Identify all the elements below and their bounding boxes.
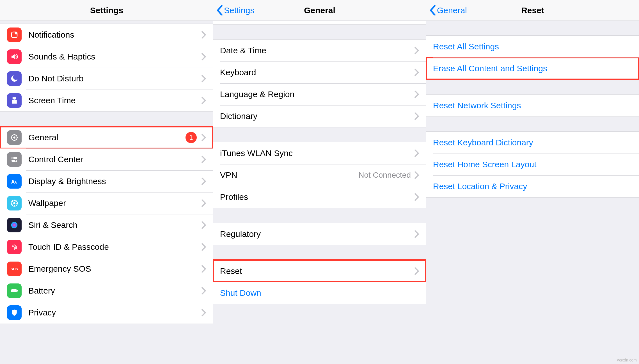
row-label: Battery bbox=[28, 286, 201, 296]
row-label: Emergency SOS bbox=[28, 264, 201, 274]
general-icon bbox=[7, 130, 22, 145]
group-general: General1Control CenterAADisplay & Bright… bbox=[0, 126, 213, 324]
row-label: Shut Down bbox=[220, 288, 419, 298]
svg-point-29 bbox=[11, 222, 18, 228]
chevron-right-icon bbox=[201, 265, 206, 273]
privacy-icon bbox=[7, 305, 22, 320]
row-regulatory[interactable]: Regulatory bbox=[213, 223, 426, 245]
chevron-right-icon bbox=[201, 134, 206, 141]
back-button[interactable]: General bbox=[426, 5, 467, 15]
row-label: iTunes WLAN Sync bbox=[220, 148, 414, 158]
row-label: Screen Time bbox=[28, 96, 201, 105]
chevron-right-icon bbox=[201, 155, 206, 163]
svg-rect-2 bbox=[14, 99, 15, 100]
general-panel: Settings General Date & TimeKeyboardLang… bbox=[213, 0, 426, 364]
row-label: Siri & Search bbox=[28, 220, 201, 230]
row-display-brightness[interactable]: AADisplay & Brightness bbox=[0, 170, 213, 192]
siri-icon bbox=[7, 218, 22, 232]
row-shut-down[interactable]: Shut Down bbox=[213, 282, 426, 304]
group-notifications: NotificationsSounds & HapticsDo Not Dist… bbox=[0, 24, 213, 112]
chevron-right-icon bbox=[414, 149, 419, 157]
badge: 1 bbox=[185, 132, 197, 143]
svg-point-27 bbox=[12, 204, 13, 205]
row-label: Wallpaper bbox=[28, 198, 201, 208]
chevron-right-icon bbox=[201, 221, 206, 229]
chevron-right-icon bbox=[201, 75, 206, 83]
svg-point-4 bbox=[13, 136, 15, 139]
back-label: General bbox=[437, 6, 467, 15]
chevron-right-icon bbox=[414, 230, 419, 238]
svg-point-26 bbox=[15, 204, 17, 205]
row-label: Profiles bbox=[220, 192, 414, 202]
row-label: Display & Brightness bbox=[28, 177, 201, 186]
nav-bar: Settings bbox=[0, 0, 213, 21]
sos-icon: SOS bbox=[7, 262, 22, 276]
svg-rect-32 bbox=[17, 290, 18, 292]
row-label: Reset Keyboard Dictionary bbox=[433, 138, 632, 147]
back-button[interactable]: Settings bbox=[213, 5, 254, 15]
row-dictionary[interactable]: Dictionary bbox=[213, 105, 426, 127]
chevron-right-icon bbox=[414, 171, 419, 179]
svg-point-21 bbox=[14, 200, 15, 201]
svg-point-24 bbox=[16, 203, 17, 204]
row-general[interactable]: General1 bbox=[0, 127, 213, 148]
row-notifications[interactable]: Notifications bbox=[0, 24, 213, 46]
row-emergency-sos[interactable]: SOSEmergency SOS bbox=[0, 258, 213, 280]
row-screen-time[interactable]: Screen Time bbox=[0, 90, 213, 111]
row-label: Sounds & Haptics bbox=[28, 52, 201, 61]
row-battery[interactable]: Battery bbox=[0, 280, 213, 302]
svg-rect-31 bbox=[11, 289, 17, 292]
row-reset-location-privacy[interactable]: Reset Location & Privacy bbox=[426, 175, 639, 197]
svg-point-23 bbox=[11, 203, 12, 204]
row-privacy[interactable]: Privacy bbox=[0, 302, 213, 324]
svg-point-16 bbox=[15, 160, 17, 162]
row-profiles[interactable]: Profiles bbox=[213, 186, 426, 208]
row-do-not-disturb[interactable]: Do Not Disturb bbox=[0, 68, 213, 90]
row-language-region[interactable]: Language & Region bbox=[213, 83, 426, 105]
row-itunes-wlan-sync[interactable]: iTunes WLAN Sync bbox=[213, 142, 426, 164]
row-vpn[interactable]: VPNNot Connected bbox=[213, 164, 426, 186]
svg-point-22 bbox=[14, 205, 15, 206]
row-label: Reset All Settings bbox=[433, 42, 632, 51]
svg-point-28 bbox=[15, 201, 17, 202]
nav-bar: General Reset bbox=[426, 0, 639, 21]
chevron-right-icon bbox=[201, 31, 206, 39]
chevron-right-icon bbox=[201, 97, 206, 104]
row-label: General bbox=[28, 133, 185, 142]
dnd-icon bbox=[7, 71, 22, 86]
svg-text:A: A bbox=[14, 180, 17, 184]
chevron-right-icon bbox=[201, 199, 206, 207]
row-wallpaper[interactable]: Wallpaper bbox=[0, 192, 213, 214]
row-label: Dictionary bbox=[220, 111, 414, 121]
svg-point-20 bbox=[13, 202, 15, 204]
row-siri-search[interactable]: Siri & Search bbox=[0, 214, 213, 236]
row-reset-keyboard-dictionary[interactable]: Reset Keyboard Dictionary bbox=[426, 132, 639, 154]
chevron-right-icon bbox=[201, 309, 206, 317]
row-label: Keyboard bbox=[220, 68, 414, 77]
nav-bar: Settings General bbox=[213, 0, 426, 21]
row-date-time[interactable]: Date & Time bbox=[213, 40, 426, 61]
row-label: Reset Network Settings bbox=[433, 101, 632, 110]
row-erase-all-content-and-settings[interactable]: Erase All Content and Settings bbox=[426, 58, 639, 79]
row-label: Reset Home Screen Layout bbox=[433, 160, 632, 169]
row-label: Reset bbox=[220, 266, 414, 276]
row-reset-home-screen-layout[interactable]: Reset Home Screen Layout bbox=[426, 154, 639, 175]
row-label: Control Center bbox=[28, 155, 201, 164]
row-keyboard[interactable]: Keyboard bbox=[213, 61, 426, 83]
row-sounds-haptics[interactable]: Sounds & Haptics bbox=[0, 46, 213, 68]
row-label: Privacy bbox=[28, 308, 201, 317]
row-reset[interactable]: Reset bbox=[213, 260, 426, 282]
row-touch-id-passcode[interactable]: Touch ID & Passcode bbox=[0, 236, 213, 258]
svg-text:SOS: SOS bbox=[11, 267, 18, 271]
battery-icon bbox=[7, 283, 22, 298]
row-control-center[interactable]: Control Center bbox=[0, 148, 213, 170]
chevron-left-icon bbox=[430, 5, 436, 15]
touchid-icon bbox=[7, 240, 22, 254]
chevron-right-icon bbox=[414, 68, 419, 76]
chevron-right-icon bbox=[201, 287, 206, 295]
wallpaper-icon bbox=[7, 196, 22, 210]
watermark: wsxdn.com bbox=[617, 358, 637, 362]
row-reset-network-settings[interactable]: Reset Network Settings bbox=[426, 95, 639, 116]
row-reset-all-settings[interactable]: Reset All Settings bbox=[426, 36, 639, 58]
svg-point-25 bbox=[12, 201, 13, 202]
